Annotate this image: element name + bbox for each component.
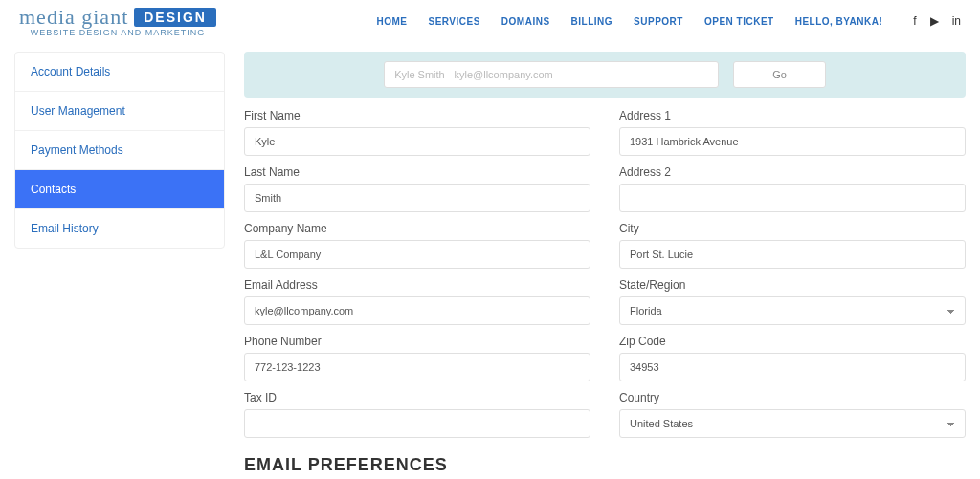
phone-label: Phone Number: [244, 335, 590, 348]
form-grid: First Name Address 1 Last Name Address 2…: [244, 109, 966, 438]
city-group: City: [619, 222, 966, 269]
sidebar: Account Details User Management Payment …: [14, 52, 225, 249]
first-name-label: First Name: [244, 109, 590, 122]
sidebar-item-payment-methods[interactable]: Payment Methods: [15, 131, 224, 170]
last-name-label: Last Name: [244, 165, 590, 179]
zip-group: Zip Code: [619, 335, 966, 381]
email-preferences-title: EMAIL PREFERENCES: [244, 455, 966, 475]
company-name-label: Company Name: [244, 222, 590, 235]
logo-subtitle: WEBSITE DESIGN AND MARKETING: [31, 28, 206, 37]
country-label: Country: [619, 391, 966, 404]
zip-label: Zip Code: [619, 335, 966, 348]
nav-home[interactable]: HOME: [376, 16, 407, 27]
tax-id-input[interactable]: [244, 409, 590, 438]
email-input[interactable]: [244, 296, 590, 325]
address1-input[interactable]: [619, 127, 966, 156]
city-label: City: [619, 222, 966, 235]
email-group: Email Address: [244, 278, 590, 325]
sidebar-item-email-history[interactable]: Email History: [15, 209, 224, 248]
email-label: Email Address: [244, 278, 590, 292]
tax-id-label: Tax ID: [244, 391, 590, 404]
zip-input[interactable]: [619, 353, 966, 381]
first-name-input[interactable]: [244, 127, 590, 156]
youtube-icon[interactable]: ▶: [930, 14, 939, 28]
topbar: media giant DESIGN WEBSITE DESIGN AND MA…: [0, 0, 980, 42]
sidebar-item-account-details[interactable]: Account Details: [15, 53, 224, 92]
company-name-input[interactable]: [244, 240, 590, 269]
tax-id-group: Tax ID: [244, 391, 590, 438]
contact-go-button[interactable]: Go: [733, 61, 826, 88]
address1-label: Address 1: [619, 109, 966, 122]
state-label: State/Region: [619, 278, 966, 292]
state-group: State/Region Florida: [619, 278, 966, 325]
address2-group: Address 2: [619, 165, 966, 212]
address1-group: Address 1: [619, 109, 966, 156]
nav-hello-user[interactable]: HELLO, BYANKA!: [795, 16, 883, 27]
sidebar-item-user-management[interactable]: User Management: [15, 92, 224, 131]
state-select[interactable]: Florida: [619, 296, 966, 325]
main-nav: HOME SERVICES DOMAINS BILLING SUPPORT OP…: [376, 14, 961, 28]
main-container: Account Details User Management Payment …: [0, 42, 980, 479]
city-input[interactable]: [619, 240, 966, 269]
nav-domains[interactable]: DOMAINS: [501, 16, 550, 27]
company-name-group: Company Name: [244, 222, 590, 269]
country-select[interactable]: United States: [619, 409, 966, 438]
nav-open-ticket[interactable]: OPEN TICKET: [704, 16, 774, 27]
country-group: Country United States: [619, 391, 966, 438]
logo-text: media giant: [19, 5, 128, 30]
nav-support[interactable]: SUPPORT: [634, 16, 683, 27]
contact-selector-row: Kyle Smith - kyle@llcompany.com Go: [244, 52, 966, 98]
logo[interactable]: media giant DESIGN WEBSITE DESIGN AND MA…: [19, 5, 216, 37]
phone-input[interactable]: [244, 353, 590, 381]
facebook-icon[interactable]: f: [913, 14, 916, 28]
first-name-group: First Name: [244, 109, 590, 156]
main-content: Kyle Smith - kyle@llcompany.com Go First…: [244, 52, 966, 479]
sidebar-item-contacts[interactable]: Contacts: [15, 170, 224, 209]
logo-design-badge: DESIGN: [134, 8, 216, 27]
social-links: f ▶ in: [913, 14, 961, 28]
last-name-input[interactable]: [244, 184, 590, 212]
linkedin-icon[interactable]: in: [952, 14, 961, 28]
nav-services[interactable]: SERVICES: [428, 16, 479, 27]
address2-input[interactable]: [619, 184, 966, 212]
address2-label: Address 2: [619, 165, 966, 179]
phone-group: Phone Number: [244, 335, 590, 381]
contact-selector-input[interactable]: Kyle Smith - kyle@llcompany.com: [384, 61, 719, 88]
nav-billing[interactable]: BILLING: [571, 16, 613, 27]
last-name-group: Last Name: [244, 165, 590, 212]
